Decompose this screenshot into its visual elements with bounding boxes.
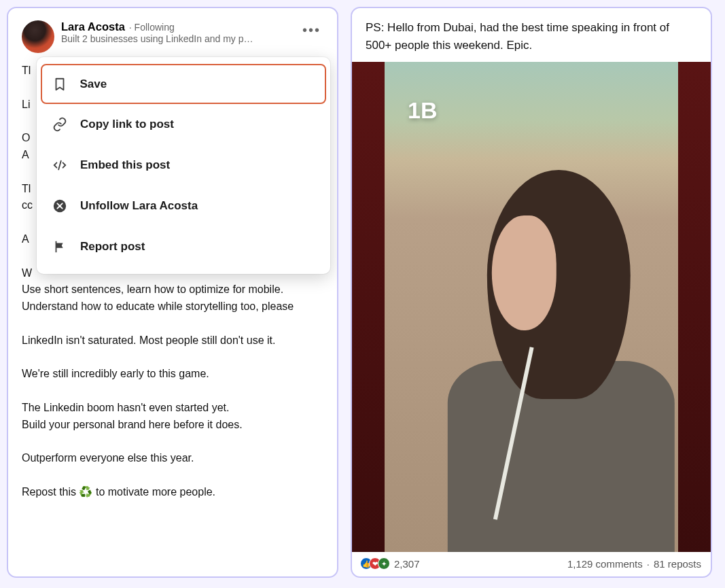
image-pillar-left — [352, 62, 385, 552]
image-overlay-text: 1B — [408, 97, 437, 124]
engagement-bar: 👍 ❤ ✦ 2,307 1,129 comments · 81 reposts — [352, 552, 711, 576]
code-icon — [52, 157, 68, 173]
menu-report[interactable]: Report post — [41, 226, 326, 267]
author-subtitle: Built 2 businesses using LinkedIn and my… — [61, 33, 279, 44]
reaction-icons: 👍 ❤ ✦ — [360, 557, 390, 570]
dot-separator: · — [647, 558, 650, 570]
comments-count[interactable]: 1,129 comments — [567, 558, 643, 570]
menu-copy-label: Copy link to post — [80, 118, 174, 131]
menu-embed-label: Embed this post — [80, 158, 170, 172]
menu-report-label: Report post — [80, 240, 145, 254]
post-options-dropdown: Save Copy link to post Embed this post U… — [37, 57, 330, 274]
reactions[interactable]: 👍 ❤ ✦ 2,307 — [360, 557, 420, 570]
post-card-right: PS: Hello from Dubai, had the best time … — [351, 7, 712, 578]
link-icon — [52, 116, 68, 133]
post-card-left: Lara Acosta · Following Built 2 business… — [7, 7, 338, 578]
author-avatar[interactable] — [22, 20, 54, 53]
reposts-count[interactable]: 81 reposts — [654, 558, 701, 570]
post-image[interactable]: 1B — [352, 62, 711, 552]
post-more-button[interactable]: ••• — [300, 20, 323, 39]
reactions-count: 2,307 — [394, 558, 420, 570]
post-header: Lara Acosta · Following Built 2 business… — [22, 20, 323, 53]
menu-save[interactable]: Save — [41, 64, 326, 104]
author-following-label: · Following — [129, 22, 175, 33]
close-circle-icon — [52, 198, 68, 214]
flag-icon — [52, 239, 68, 255]
celebrate-icon: ✦ — [378, 557, 390, 570]
author-block: Lara Acosta · Following Built 2 business… — [61, 20, 293, 44]
menu-unfollow[interactable]: Unfollow Lara Acosta — [41, 186, 326, 226]
menu-copy-link[interactable]: Copy link to post — [41, 104, 326, 145]
menu-unfollow-label: Unfollow Lara Acosta — [80, 199, 198, 213]
menu-embed[interactable]: Embed this post — [41, 145, 326, 186]
person-silhouette — [438, 170, 685, 552]
right-caption: PS: Hello from Dubai, had the best time … — [352, 8, 711, 62]
image-content — [385, 62, 679, 552]
author-name[interactable]: Lara Acosta — [61, 20, 125, 33]
bookmark-icon — [52, 76, 68, 92]
menu-save-label: Save — [80, 77, 107, 91]
svg-line-0 — [58, 161, 61, 170]
